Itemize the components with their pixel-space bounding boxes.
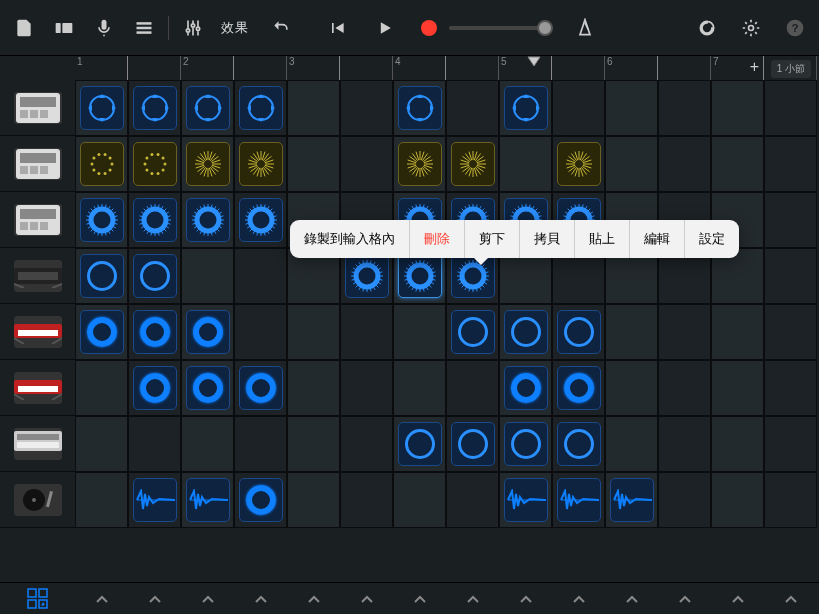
zoom-label[interactable]: 1 小節	[771, 60, 811, 78]
grid-cell[interactable]	[340, 304, 393, 360]
grid-cell[interactable]	[499, 80, 552, 136]
grid-cell[interactable]	[234, 192, 287, 248]
loop-cell[interactable]	[186, 478, 230, 522]
loop-cell[interactable]	[133, 254, 177, 298]
grid-cell[interactable]	[764, 304, 817, 360]
grid-cell[interactable]	[552, 472, 605, 528]
ctx-copy[interactable]: 拷貝	[520, 220, 575, 258]
loop-cell[interactable]	[398, 142, 442, 186]
grid-cell[interactable]	[446, 80, 499, 136]
ctx-paste[interactable]: 貼上	[575, 220, 630, 258]
help-icon[interactable]: ?	[783, 16, 807, 40]
loop-cell[interactable]	[133, 478, 177, 522]
column-trigger[interactable]	[764, 594, 817, 604]
grid-cell[interactable]	[658, 472, 711, 528]
file-icon[interactable]	[12, 16, 36, 40]
grid-cell[interactable]	[234, 80, 287, 136]
track-header[interactable]	[0, 136, 75, 192]
grid-cell[interactable]	[446, 472, 499, 528]
grid-cell[interactable]	[340, 360, 393, 416]
column-trigger[interactable]	[711, 594, 764, 604]
settings-icon[interactable]	[739, 16, 763, 40]
track-header[interactable]	[0, 80, 75, 136]
grid-cell[interactable]	[499, 136, 552, 192]
track-header[interactable]	[0, 192, 75, 248]
grid-cell[interactable]	[711, 472, 764, 528]
column-trigger[interactable]	[499, 594, 552, 604]
grid-cell[interactable]	[287, 472, 340, 528]
grid-cell[interactable]	[764, 472, 817, 528]
grid-cell[interactable]	[552, 136, 605, 192]
grid-cell[interactable]	[499, 472, 552, 528]
loop-cell[interactable]	[504, 310, 548, 354]
grid-cell[interactable]	[605, 136, 658, 192]
timeline-ruler[interactable]: 1234567 +1 小節	[75, 56, 819, 80]
grid-cell[interactable]	[181, 304, 234, 360]
loop-cell[interactable]	[133, 142, 177, 186]
column-trigger[interactable]	[605, 594, 658, 604]
metronome-icon[interactable]	[573, 16, 597, 40]
grid-cell[interactable]	[499, 416, 552, 472]
grid-cell[interactable]	[75, 136, 128, 192]
grid-cell[interactable]	[658, 360, 711, 416]
grid-cell[interactable]	[605, 472, 658, 528]
grid-cell[interactable]	[764, 192, 817, 248]
grid-cell[interactable]	[75, 472, 128, 528]
grid-cell[interactable]	[446, 136, 499, 192]
loop-cell[interactable]	[186, 198, 230, 242]
grid-cell[interactable]	[393, 472, 446, 528]
loop-cell[interactable]	[557, 478, 601, 522]
grid-cell[interactable]	[287, 360, 340, 416]
loop-cell[interactable]	[504, 366, 548, 410]
grid-cell[interactable]	[711, 80, 764, 136]
grid-cell[interactable]	[605, 304, 658, 360]
record-button[interactable]	[421, 20, 437, 36]
loop-cell[interactable]	[239, 86, 283, 130]
grid-cell[interactable]	[393, 80, 446, 136]
loop-icon[interactable]	[695, 16, 719, 40]
ctx-delete[interactable]: 刪除	[410, 220, 465, 258]
grid-cell[interactable]	[340, 416, 393, 472]
grid-cell[interactable]	[658, 304, 711, 360]
loop-cell[interactable]	[398, 86, 442, 130]
grid-cell[interactable]	[75, 360, 128, 416]
grid-cell[interactable]	[75, 416, 128, 472]
mixer-icon[interactable]	[181, 16, 205, 40]
grid-cell[interactable]	[711, 304, 764, 360]
grid-cell[interactable]	[75, 80, 128, 136]
loop-cell[interactable]	[557, 366, 601, 410]
track-header[interactable]	[0, 304, 75, 360]
grid-cell[interactable]	[658, 136, 711, 192]
grid-cell[interactable]	[75, 248, 128, 304]
grid-cell[interactable]	[764, 248, 817, 304]
grid-cell[interactable]	[287, 136, 340, 192]
loop-cell[interactable]	[504, 86, 548, 130]
grid-cell[interactable]	[234, 304, 287, 360]
tracks-icon[interactable]	[132, 16, 156, 40]
loop-cell[interactable]	[557, 142, 601, 186]
mic-icon[interactable]	[92, 16, 116, 40]
fx-label[interactable]: 效果	[221, 19, 249, 37]
loop-cell[interactable]	[133, 310, 177, 354]
loop-cell[interactable]	[504, 478, 548, 522]
grid-cell[interactable]	[605, 416, 658, 472]
grid-cell[interactable]	[446, 360, 499, 416]
loop-cell[interactable]	[451, 142, 495, 186]
grid-cell[interactable]	[234, 416, 287, 472]
grid-cell[interactable]	[764, 416, 817, 472]
loop-cell[interactable]	[398, 254, 442, 298]
grid-cell[interactable]	[764, 360, 817, 416]
loop-cell[interactable]	[80, 254, 124, 298]
grid-cell[interactable]	[764, 136, 817, 192]
loop-cell[interactable]	[133, 86, 177, 130]
grid-cell[interactable]	[552, 416, 605, 472]
grid-cell[interactable]	[181, 416, 234, 472]
grid-cell[interactable]	[234, 360, 287, 416]
grid-cell[interactable]	[393, 360, 446, 416]
grid-cell[interactable]	[552, 304, 605, 360]
loop-cell[interactable]	[557, 310, 601, 354]
column-trigger[interactable]	[552, 594, 605, 604]
grid-cell[interactable]	[287, 416, 340, 472]
column-trigger[interactable]	[393, 594, 446, 604]
grid-cell[interactable]	[128, 136, 181, 192]
